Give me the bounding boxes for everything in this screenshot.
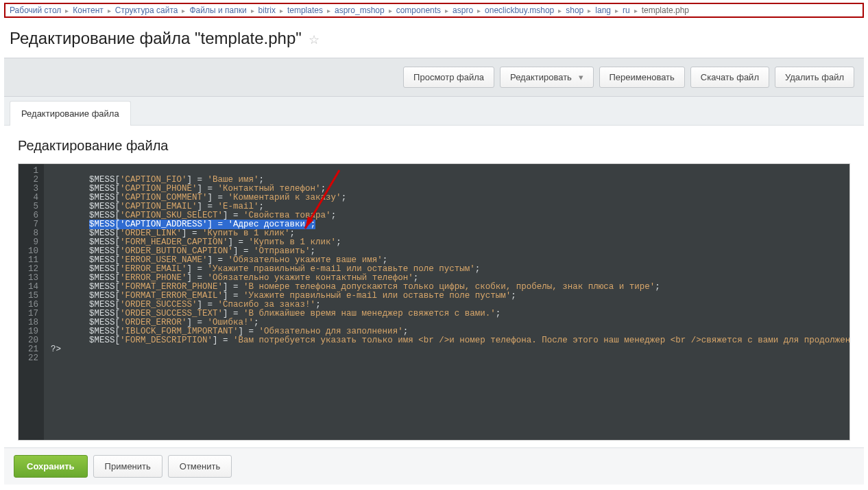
breadcrumb-separator-icon: ▸ bbox=[588, 7, 591, 14]
breadcrumb-separator-icon: ▸ bbox=[182, 7, 185, 14]
code-line[interactable] bbox=[51, 354, 849, 363]
breadcrumb-separator-icon: ▸ bbox=[634, 7, 638, 14]
breadcrumb-separator-icon: ▸ bbox=[108, 7, 111, 14]
breadcrumb-link[interactable]: ru bbox=[623, 5, 630, 15]
toolbar: Просмотр файла Редактировать Переименова… bbox=[4, 58, 864, 97]
edit-file-button[interactable]: Редактировать bbox=[500, 67, 593, 88]
breadcrumb-separator-icon: ▸ bbox=[327, 7, 330, 14]
breadcrumb: Рабочий стол▸Контент▸Структура сайта▸Фай… bbox=[4, 3, 864, 18]
breadcrumb-current: template.php bbox=[642, 5, 689, 15]
delete-button[interactable]: Удалить файл bbox=[775, 67, 854, 88]
breadcrumb-link[interactable]: aspro_mshop bbox=[335, 5, 385, 15]
favorite-star-icon[interactable]: ☆ bbox=[309, 33, 320, 47]
breadcrumb-link[interactable]: shop bbox=[566, 5, 583, 15]
save-button[interactable]: Сохранить bbox=[14, 455, 88, 478]
tabs: Редактирование файла bbox=[4, 97, 864, 126]
cancel-button[interactable]: Отменить bbox=[168, 455, 232, 478]
breadcrumb-separator-icon: ▸ bbox=[389, 7, 392, 14]
breadcrumb-link[interactable]: bitrix bbox=[258, 5, 276, 15]
breadcrumb-link[interactable]: aspro bbox=[453, 5, 473, 15]
breadcrumb-link[interactable]: components bbox=[396, 5, 441, 15]
breadcrumb-link[interactable]: Структура сайта bbox=[115, 5, 178, 15]
apply-button[interactable]: Применить bbox=[93, 455, 162, 478]
breadcrumb-separator-icon: ▸ bbox=[280, 7, 283, 14]
download-button[interactable]: Скачать файл bbox=[690, 67, 769, 88]
code-line[interactable]: ?> bbox=[51, 345, 849, 354]
editor-gutter: 12345678910111213141516171819202122 bbox=[19, 164, 44, 440]
breadcrumb-separator-icon: ▸ bbox=[65, 7, 69, 14]
code-editor[interactable]: 12345678910111213141516171819202122 $MES… bbox=[18, 163, 850, 441]
page-title-text: Редактирование файла "template.php" bbox=[10, 29, 302, 47]
breadcrumb-separator-icon: ▸ bbox=[251, 7, 254, 14]
code-line[interactable]: $MESS['FORM_DESCRIPTION'] = 'Вам потребу… bbox=[51, 336, 849, 345]
breadcrumb-link[interactable]: templates bbox=[287, 5, 323, 15]
breadcrumb-separator-icon: ▸ bbox=[477, 7, 481, 14]
breadcrumb-link[interactable]: Рабочий стол bbox=[10, 5, 61, 15]
breadcrumb-link[interactable]: Контент bbox=[73, 5, 103, 15]
breadcrumb-separator-icon: ▸ bbox=[615, 7, 618, 14]
content-panel: Редактирование файла 1234567891011121314… bbox=[4, 126, 864, 447]
editor-code[interactable]: $MESS['CAPTION_FIO'] = 'Ваше имя';$MESS[… bbox=[44, 164, 849, 440]
bottom-action-bar: Сохранить Применить Отменить bbox=[4, 447, 864, 485]
rename-button[interactable]: Переименовать bbox=[599, 67, 685, 88]
breadcrumb-separator-icon: ▸ bbox=[558, 7, 562, 14]
page-title: Редактирование файла "template.php" ☆ bbox=[0, 25, 868, 58]
breadcrumb-link[interactable]: oneclickbuy.mshop bbox=[485, 5, 554, 15]
breadcrumb-separator-icon: ▸ bbox=[445, 7, 448, 14]
breadcrumb-link[interactable]: lang bbox=[595, 5, 611, 15]
breadcrumb-link[interactable]: Файлы и папки bbox=[189, 5, 246, 15]
tab-edit-file[interactable]: Редактирование файла bbox=[10, 101, 131, 126]
view-file-button[interactable]: Просмотр файла bbox=[403, 67, 494, 88]
content-heading: Редактирование файла bbox=[18, 138, 850, 154]
